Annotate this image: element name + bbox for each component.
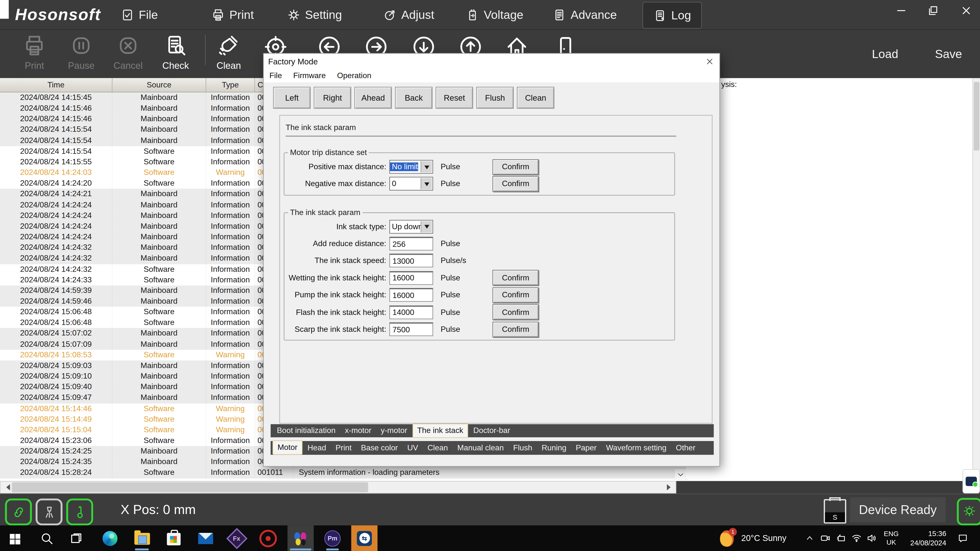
jog-button[interactable]: Reset <box>436 87 473 109</box>
start-button[interactable] <box>1 525 27 551</box>
maximize-button[interactable] <box>924 2 942 19</box>
dialog-titlebar[interactable]: Factory Mode <box>264 54 719 68</box>
sub-tab[interactable]: x-motor <box>340 424 376 437</box>
jog-button[interactable]: Flush <box>476 87 514 109</box>
dropdown-arrow-icon[interactable] <box>421 161 432 172</box>
jog-button[interactable]: Back <box>395 87 433 109</box>
category-tab[interactable]: UV <box>403 441 422 454</box>
confirm-button[interactable]: Confirm <box>492 159 539 175</box>
toolbar-check-button[interactable]: Check <box>156 34 196 71</box>
confirm-button[interactable]: Confirm <box>492 270 539 286</box>
close-button[interactable] <box>958 2 975 19</box>
search-button[interactable] <box>34 525 60 551</box>
category-tab[interactable]: Waveform setting <box>602 441 671 454</box>
confirm-button[interactable]: Confirm <box>492 176 539 192</box>
scroll-left-button[interactable] <box>1 482 12 493</box>
category-tab[interactable]: Print <box>331 441 356 454</box>
confirm-button[interactable]: Confirm <box>492 287 539 303</box>
parameter-input[interactable]: 7500 <box>389 322 433 336</box>
menu-advance[interactable]: Advance <box>552 0 617 29</box>
jog-button[interactable]: Clean <box>517 87 554 109</box>
taskbar-fx-app[interactable]: Fx <box>224 525 250 551</box>
dropdown-arrow-icon[interactable] <box>421 178 432 189</box>
task-view-button[interactable] <box>63 525 89 551</box>
jog-button[interactable]: Left <box>273 87 311 109</box>
column-header-type[interactable]: Type <box>206 78 255 92</box>
jog-button[interactable]: Right <box>314 87 351 109</box>
dialog-menu-file[interactable]: File <box>264 71 288 80</box>
sub-tab[interactable]: y-motor <box>376 424 412 437</box>
tray-ethernet[interactable] <box>833 525 848 551</box>
confirm-button[interactable]: Confirm <box>492 304 539 320</box>
toolbar-pause-button[interactable]: Pause <box>61 34 101 71</box>
category-tab[interactable]: Motor <box>272 440 302 455</box>
parameter-input[interactable]: 256 <box>389 237 433 251</box>
toolbar-print-button[interactable]: Print <box>14 34 54 71</box>
language-indicator[interactable]: ENG UK <box>880 525 902 551</box>
positive-max-distance-select[interactable]: No limit <box>389 160 433 174</box>
vertical-scrollbar[interactable] <box>972 78 980 481</box>
category-tab[interactable]: Clean <box>423 441 452 454</box>
menu-setting[interactable]: Setting <box>287 0 342 29</box>
parameter-input[interactable]: 16000 <box>389 271 433 285</box>
dialog-menu-firmware[interactable]: Firmware <box>288 71 331 80</box>
menu-voltage[interactable]: Voltage <box>466 0 523 29</box>
menu-log[interactable]: Log <box>643 2 702 29</box>
sub-tab[interactable]: Boot initialization <box>272 424 340 437</box>
category-tab[interactable]: Manual clean <box>453 441 508 454</box>
taskbar-edge[interactable] <box>97 525 123 551</box>
horizontal-scrollbar[interactable] <box>0 481 676 494</box>
connection-status-indicator[interactable] <box>5 499 32 526</box>
tray-expand-button[interactable] <box>802 525 817 551</box>
column-header-source[interactable]: Source <box>113 78 206 92</box>
negative-max-distance-select[interactable]: 0 <box>389 177 433 191</box>
category-tab[interactable]: Head <box>303 441 331 454</box>
parameter-input[interactable]: 13000 <box>389 254 433 268</box>
temperature-status-indicator[interactable] <box>66 499 93 526</box>
toolbar-clean-button[interactable]: Clean <box>209 34 249 71</box>
scroll-right-button[interactable] <box>665 482 676 493</box>
category-tab[interactable]: Paper <box>571 441 601 454</box>
weather-tray-icon[interactable]: 1 <box>718 525 737 551</box>
dropdown-arrow-icon[interactable] <box>421 221 432 232</box>
minimize-button[interactable] <box>892 2 910 19</box>
clock[interactable]: 15:36 24/08/2024 <box>902 525 947 551</box>
taskbar-mail[interactable] <box>192 525 219 551</box>
save-button[interactable]: Save <box>935 48 962 61</box>
confirm-button[interactable]: Confirm <box>492 322 539 337</box>
taskbar-pm-app[interactable]: Pm <box>320 525 346 551</box>
tray-wifi[interactable] <box>849 525 864 551</box>
table-row[interactable]: 2024/08/24 15:28:24 Software Information… <box>0 467 686 478</box>
jog-button[interactable]: Ahead <box>354 87 392 109</box>
remote-widget[interactable] <box>963 469 980 494</box>
notification-center-button[interactable] <box>953 525 972 551</box>
taskbar-store[interactable] <box>161 525 187 551</box>
sub-tab[interactable]: The ink stack <box>412 423 468 438</box>
vertical-scrollbar-thumb[interactable] <box>974 82 979 151</box>
menu-print[interactable]: Print <box>211 0 254 29</box>
light-status-indicator[interactable] <box>957 498 980 525</box>
clean-status-indicator[interactable] <box>35 499 62 526</box>
weather-label[interactable]: 20°C Sunny <box>741 525 786 551</box>
category-tab[interactable]: Runing <box>537 441 571 454</box>
parameter-input[interactable]: 14000 <box>389 305 433 319</box>
dialog-close-button[interactable] <box>703 56 716 67</box>
tray-volume[interactable] <box>864 525 878 551</box>
menu-adjust[interactable]: Adjust <box>383 0 434 29</box>
table-scroll-down-button[interactable] <box>675 469 686 481</box>
tray-meet-now[interactable] <box>818 525 832 551</box>
load-button[interactable]: Load <box>872 48 899 61</box>
taskbar-red-app[interactable] <box>255 525 281 551</box>
menu-file[interactable]: File <box>121 0 158 29</box>
ink-stack-type-select[interactable]: Up down <box>389 220 433 233</box>
category-tab[interactable]: Other <box>671 441 700 454</box>
taskbar-teamviewer[interactable]: ⇆ <box>351 525 377 551</box>
taskbar-print-manager[interactable] <box>287 525 313 551</box>
category-tab[interactable]: Flush <box>509 441 537 454</box>
category-tab[interactable]: Base color <box>356 441 402 454</box>
taskbar-file-explorer[interactable] <box>129 525 155 551</box>
horizontal-scrollbar-thumb[interactable] <box>12 482 368 492</box>
dialog-menu-operation[interactable]: Operation <box>331 71 377 80</box>
sub-tab[interactable]: Doctor-bar <box>469 424 514 437</box>
toolbar-cancel-button[interactable]: Cancel <box>108 34 148 71</box>
